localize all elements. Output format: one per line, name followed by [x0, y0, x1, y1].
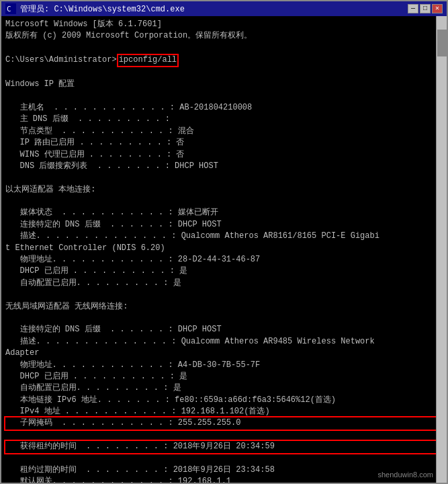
title-bar-left: C 管理员: C:\Windows\system32\cmd.exe [5, 3, 185, 15]
line-17: 媒体状态 . . . . . . . . . . . : 媒体已断开 [5, 208, 218, 217]
line-ipv6: IPv4 地址 . . . . . . . . . . . : 192.168.… [5, 407, 270, 416]
cmd-icon: C [5, 3, 16, 14]
line-lease-get: 租约过期的时间 . . . . . . . . : 2018年9月26日 23:… [5, 465, 275, 475]
line-12: WINS 代理已启用 . . . . . . . . : 否 [5, 150, 184, 159]
line-23: 自动配置已启用. . . . . . . . . : 是 [5, 278, 181, 288]
line-20: t Ethernet Controller (NDIS 6.20) [5, 243, 165, 253]
line-11: IP 路由已启用 . . . . . . . . . : 否 [5, 138, 184, 147]
line-prompt: C:\Users\Administrator>ipconfig/all [5, 55, 179, 65]
line-1: Microsoft Windows [版本 6.1.7601] [5, 19, 162, 29]
line-8: 主机名 . . . . . . . . . . . . : AB-2018042… [5, 103, 252, 112]
line-18: 连接特定的 DNS 后缀 . . . . . . : DHCP HOST [5, 220, 222, 229]
cmd-window: C 管理员: C:\Windows\system32\cmd.exe — □ ✕… [0, 0, 448, 484]
line-9: 主 DNS 后缀 . . . . . . . . . : [5, 114, 170, 124]
maximize-button[interactable]: □ [420, 4, 431, 13]
console-output: Microsoft Windows [版本 6.1.7601] 版权所有 (c)… [5, 19, 443, 483]
line-22: DHCP 已启用 . . . . . . . . . . : 是 [5, 266, 187, 276]
line-33: 本地链接 IPv6 地址. . . . . . . : fe80::659a:a… [5, 395, 336, 405]
line-32: 自动配置已启用. . . . . . . . . : 是 [5, 383, 181, 393]
close-button[interactable]: ✕ [432, 4, 443, 13]
line-19: 描述. . . . . . . . . . . . . . : Qualcomm… [5, 231, 379, 241]
line-25: 无线局域网适配器 无线网络连接: [5, 302, 128, 311]
line-30: 物理地址. . . . . . . . . . . . : A4-DB-30-7… [5, 360, 260, 370]
title-bar-text: 管理员: C:\Windows\system32\cmd.exe [20, 3, 185, 15]
title-bar: C 管理员: C:\Windows\system32\cmd.exe — □ ✕ [1, 1, 447, 16]
minimize-button[interactable]: — [408, 4, 418, 13]
svg-text:C: C [7, 5, 11, 13]
command-highlight: ipconfig/all [117, 54, 179, 67]
watermark: shenduwin8.com [377, 471, 433, 479]
line-ipv4: 子网掩码 . . . . . . . . . . . : 255.255.255… [5, 417, 443, 429]
line-21: 物理地址. . . . . . . . . . . . : 28-D2-44-3… [5, 255, 260, 264]
title-bar-buttons: — □ ✕ [408, 4, 443, 13]
console-body: Microsoft Windows [版本 6.1.7601] 版权所有 (c)… [1, 16, 447, 483]
line-15: 以太网适配器 本地连接: [5, 185, 95, 194]
scrollbar-thumb[interactable] [437, 30, 447, 56]
scrollbar[interactable] [436, 16, 447, 483]
line-2: 版权所有 (c) 2009 Microsoft Corporation。保留所有… [5, 31, 252, 40]
line-lease-exp: 默认网关. . . . . . . . . . . . : 192.168.1.… [5, 477, 231, 483]
line-29: Adapter [5, 348, 39, 358]
line-subnet: 获得租约的时间 . . . . . . . . : 2018年9月26日 20:… [5, 441, 443, 452]
line-28: 描述. . . . . . . . . . . . . . : Qualcomm… [5, 337, 375, 346]
line-6: Windows IP 配置 [5, 79, 75, 89]
line-13: DNS 后缀搜索列表 . . . . . . . : DHCP HOST [5, 161, 218, 171]
line-31: DHCP 已启用 . . . . . . . . . . : 是 [5, 372, 187, 381]
line-27: 连接特定的 DNS 后缀 . . . . . . : DHCP HOST [5, 325, 222, 334]
line-10: 节点类型 . . . . . . . . . . . : 混合 [5, 126, 194, 136]
